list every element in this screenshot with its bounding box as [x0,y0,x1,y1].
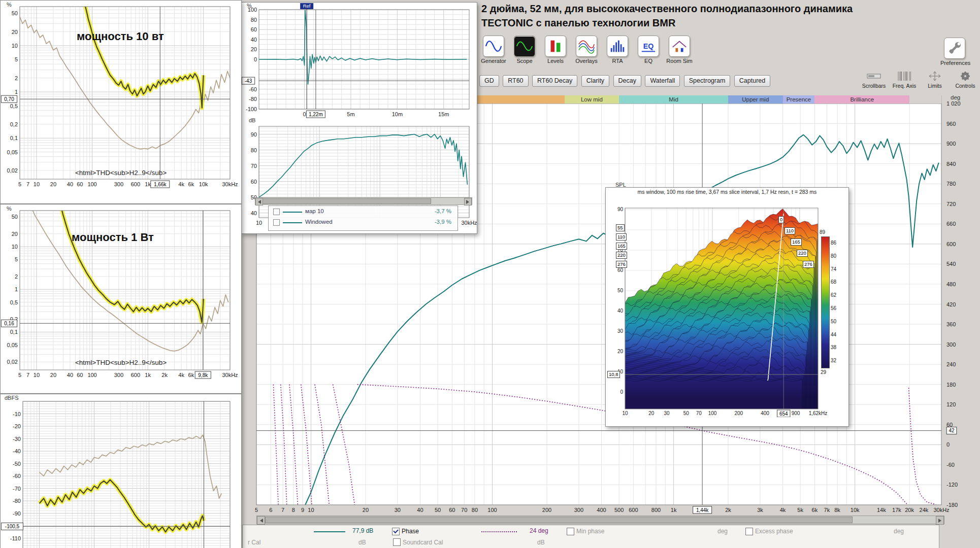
tab-rt60[interactable]: RT60 [503,75,528,87]
svg-text:70: 70 [461,507,467,513]
phase-checkbox[interactable] [392,528,400,535]
svg-text:15m: 15m [438,111,449,117]
band-upper-mid: Upper mid [728,95,783,104]
svg-text:100: 100 [87,181,96,187]
colorbar-label: 50 [831,319,836,324]
preferences-button[interactable]: Preferences [940,38,969,66]
band-presence: Presence [783,95,815,104]
svg-text:70: 70 [696,410,702,416]
min-phase-label: Min phase [576,528,604,535]
tab-captured[interactable]: Captured [734,75,770,87]
scroll-left-button[interactable] [257,516,265,525]
svg-text:8k: 8k [834,507,840,513]
freq-axis-toggle[interactable]: Freq. Axis [891,70,918,89]
svg-text:6k: 6k [188,372,194,378]
svg-text:20: 20 [648,410,655,416]
tab-clarity[interactable]: Clarity [581,75,609,87]
svg-text:EQ: EQ [643,42,654,50]
dbfs-panel[interactable]: -10-20-30-40-50-60-70-80-90-110dBFS-100,… [0,394,242,548]
slice-marker: 276 [616,261,627,268]
svg-text:1k: 1k [145,372,151,378]
controls-button[interactable]: Controls [952,70,979,89]
main-graph-scrollbar[interactable] [256,516,944,524]
waterfall-inset-panel[interactable]: ms window, 100 ms rise time, 3,67 ms sli… [605,187,849,427]
svg-text:1 020: 1 020 [946,100,961,107]
thd-1w-title: мощность 1 Вт [72,231,154,244]
trace2-checkbox[interactable] [273,219,280,226]
svg-text:1,66k: 1,66k [154,182,167,187]
svg-text:90: 90 [251,131,257,138]
impulse-scroll-thumb[interactable] [263,198,431,204]
impulse-trace-legend: мар 10 -3,7 % Windowed -3,9 % [268,206,458,231]
svg-text:0: 0 [303,111,306,117]
impulse-graph[interactable]: 05m10m15m100806040200-60-80-100%dB1,22m-… [242,3,477,124]
room-sim-button[interactable]: Room Sim [665,36,694,64]
tab-decay[interactable]: Decay [613,75,641,87]
min-phase-checkbox[interactable] [567,528,574,535]
svg-text:10m: 10m [392,111,403,117]
svg-text:4k: 4k [780,507,786,513]
impulse-canvas: 05m10m15m100806040200-60-80-100%dB1,22m-… [242,3,477,124]
svg-text:20: 20 [617,349,624,354]
svg-text:5k: 5k [797,507,803,513]
excess-phase-checkbox[interactable] [745,528,753,535]
rta-icon [607,36,628,57]
gear-icon [957,70,974,82]
dbfs-graph[interactable]: -10-20-30-40-50-60-70-80-90-110dBFS-100,… [1,394,241,548]
tab-waterfall[interactable]: Waterfall [645,75,680,87]
svg-text:-60: -60 [946,462,955,468]
svg-text:30: 30 [617,328,624,334]
tab-gd[interactable]: GD [479,75,499,87]
svg-text:-10: -10 [13,411,21,417]
limits-button[interactable]: Limits [921,70,949,89]
overlays-button[interactable]: Overlays [572,36,601,64]
trace1-checkbox[interactable] [273,209,280,215]
svg-text:30kHz: 30kHz [222,181,238,187]
impulse-scroll-right[interactable] [464,198,472,206]
svg-text:300: 300 [574,507,583,513]
svg-text:2: 2 [15,273,18,280]
impulse-scrollbar[interactable] [255,197,472,205]
svg-text:480: 480 [946,281,956,287]
rta-button[interactable]: RTA [603,36,632,64]
svg-text:5: 5 [15,56,18,62]
svg-text:1k: 1k [671,507,677,513]
eq-button[interactable]: EQ EQ [634,36,663,64]
svg-text:0,05: 0,05 [7,149,18,155]
svg-text:2k: 2k [161,372,168,378]
svg-text:360: 360 [946,321,956,327]
impulse-response-panel[interactable]: 05m10m15m100806040200-60-80-100%dB1,22m-… [241,2,477,234]
tab-rt60-decay[interactable]: RT60 Decay [532,75,577,87]
svg-text:-80: -80 [249,96,257,102]
svg-text:-90: -90 [13,510,21,517]
svg-text:%: % [247,3,252,9]
excess-phase-unit: deg [894,528,904,535]
thd-1w-panel[interactable]: 57102040601003006001k2k4k6k30kHz50201052… [0,204,242,394]
scrollbar-thumb[interactable] [265,517,853,523]
scrollbars-icon [865,70,883,82]
svg-text:200: 200 [734,410,743,416]
thd-10w-panel[interactable]: 57102040601003006001k4k6k10k30kHz5020105… [0,0,242,204]
svg-text:5m: 5m [347,111,354,117]
soundcard-cal-checkbox[interactable] [393,538,401,546]
tab-spectrogram[interactable]: Spectrogram [684,75,731,87]
svg-text:60: 60 [617,267,624,273]
svg-text:-20: -20 [13,423,21,429]
svg-text:840: 840 [946,161,956,167]
scrollbars-toggle[interactable]: Scrollbars [860,70,888,89]
scroll-right-button[interactable] [936,516,944,525]
colorbar-label: 32 [831,358,836,363]
svg-text:30kHz: 30kHz [461,220,477,226]
levels-icon [545,36,566,57]
svg-text:1: 1 [15,286,18,292]
waterfall-3d-plot[interactable]: 10203050701002004009001,62kHz90807060504… [606,196,848,417]
svg-text:0,16: 0,16 [4,321,14,326]
levels-button[interactable]: Levels [541,36,570,64]
impulse-scroll-left[interactable] [255,198,263,206]
svg-text:-80: -80 [13,498,21,504]
scope-button[interactable]: Scope [510,36,539,64]
svg-text:1: 1 [15,89,18,95]
generator-button[interactable]: Generator [479,36,508,64]
svg-text:42: 42 [949,428,955,433]
min-phase-unit: deg [717,528,728,535]
